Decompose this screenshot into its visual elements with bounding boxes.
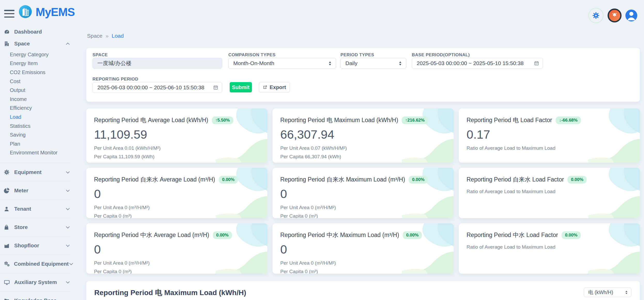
comparison-types-select[interactable]: Month-On-Month — [228, 58, 336, 69]
kpi-card-title: Reporting Period 电 Average Load (kWh/H) — [94, 116, 208, 124]
kpi-card-title: Reporting Period 中水 Average Load (m³/H) — [94, 231, 209, 239]
updown-caret-icon — [625, 290, 628, 294]
kpi-card-title: Reporting Period 中水 Load Factor — [467, 231, 558, 239]
chart-section: Reporting Period 电 Maximum Load (kWh/H) … — [86, 281, 640, 300]
sidebar-item-combined-equipment[interactable]: Combined Equipment — [0, 255, 70, 273]
chevron-down-icon — [65, 170, 70, 175]
kpi-subline-1: Per Unit Area 0 (m³/H/M²) — [273, 205, 454, 210]
sidebar-subitem-environment-monitor[interactable]: Environment Monitor — [0, 148, 82, 157]
base-period-input[interactable] — [412, 58, 543, 69]
kpi-card: Reporting Period 自来水 Average Load (m³/H)… — [86, 168, 267, 218]
kpi-value: 11,109.59 — [86, 124, 267, 141]
kpi-value: 0 — [273, 239, 454, 256]
kpi-subline-2: Per Capita 0 (m³) — [273, 269, 454, 274]
sidebar-subitem-efficiency[interactable]: Efficiency — [0, 104, 82, 113]
kpi-card: Reporting Period 中水 Maximum Load (m³/H) … — [273, 223, 454, 274]
sidebar-nav: DashboardSpaceEnergy CategoryEnergy Item… — [0, 26, 82, 300]
sidebar-subitem-cost[interactable]: Cost — [0, 77, 82, 86]
chart-unit-select[interactable]: 电 (kWh/H) — [584, 287, 631, 297]
sidebar-subitem-saving[interactable]: Saving — [0, 130, 82, 139]
breadcrumb-separator: » — [106, 33, 109, 39]
kpi-subline-2: Per Capita 0 (m³) — [86, 269, 267, 274]
sidebar-item-knowledge-base[interactable]: Knowledge Base — [0, 291, 70, 300]
kpi-change-badge: 0.00% — [219, 176, 238, 184]
calendar-icon — [534, 61, 539, 66]
user-avatar-icon[interactable] — [625, 10, 637, 21]
kpi-card: Reporting Period 电 Average Load (kWh/H) … — [86, 108, 267, 163]
bag-icon — [4, 224, 10, 230]
chevron-up-icon — [65, 41, 70, 46]
sidebar-item-tenant[interactable]: Tenant — [0, 200, 70, 218]
space-label: SPACE — [92, 52, 108, 58]
sidebar-subitem-energy-category[interactable]: Energy Category — [0, 50, 82, 59]
filter-form: SPACE COMPARISON TYPES Month-On-Month PE… — [86, 48, 640, 102]
kpi-subline-1: Ratio of Average Load to Maximum Load — [459, 145, 640, 151]
kpi-subline-2: Per Capita 11,109.59 (kWh) — [86, 154, 267, 160]
kpi-card: Reporting Period 中水 Load Factor 0.00% Ra… — [459, 223, 640, 274]
breadcrumb-current[interactable]: Load — [112, 33, 124, 39]
sidebar-item-meter[interactable]: Meter — [0, 181, 70, 200]
chevron-down-icon — [65, 207, 70, 211]
kpi-value: 66,307.94 — [273, 124, 454, 141]
kpi-subline-1: Per Unit Area 0.01 (kWh/H/M²) — [86, 145, 267, 151]
sidebar-item-label: Meter — [14, 187, 28, 194]
sidebar-item-space[interactable]: Space — [0, 38, 70, 50]
hamburger-menu-icon[interactable] — [4, 10, 15, 18]
kpi-subline-2: Per Capita 0 (m³) — [86, 213, 267, 218]
period-types-select[interactable]: Daily — [340, 58, 406, 69]
kpi-subline-2: Per Capita 0 (m³) — [273, 213, 454, 218]
export-button[interactable]: Export — [259, 82, 290, 92]
sidebar-item-store[interactable]: Store — [0, 218, 70, 236]
kpi-card-title: Reporting Period 中水 Maximum Load (m³/H) — [280, 231, 399, 239]
building-icon — [4, 41, 10, 47]
kpi-subline-2: Per Capita 66,307.94 (kWh) — [273, 154, 454, 160]
submit-button[interactable]: Submit — [230, 82, 252, 92]
kpi-change-badge: ↑5.50% — [212, 116, 233, 124]
space-input[interactable] — [92, 58, 222, 69]
sidebar-subitem-plan[interactable]: Plan — [0, 139, 82, 148]
notification-bell-icon[interactable] — [608, 9, 622, 22]
kpi-card: Reporting Period 自来水 Maximum Load (m³/H)… — [273, 168, 454, 218]
kpi-card: Reporting Period 中水 Average Load (m³/H) … — [86, 223, 267, 274]
sidebar-item-shopfloor[interactable]: Shopfloor — [0, 236, 70, 255]
kpi-card-title: Reporting Period 电 Load Factor — [467, 116, 552, 124]
kpi-change-badge: 0.00% — [403, 231, 422, 239]
reporting-period-input[interactable] — [92, 82, 222, 93]
user-icon — [4, 206, 10, 212]
chevron-down-icon — [65, 225, 70, 230]
app-screen: MyEMS — [0, 0, 644, 300]
export-icon — [263, 85, 267, 90]
sidebar-subitem-statistics[interactable]: Statistics — [0, 122, 82, 131]
kpi-value: 0.17 — [459, 124, 640, 141]
sidebar-item-dashboard[interactable]: Dashboard — [0, 26, 70, 38]
comparison-types-label: COMPARISON TYPES — [228, 52, 276, 58]
brand-logo[interactable]: MyEMS — [19, 5, 75, 19]
kpi-card-title: Reporting Period 电 Maximum Load (kWh/H) — [280, 116, 398, 124]
sidebar-subitem-output[interactable]: Output — [0, 86, 82, 95]
kpi-subline-1: Ratio of Average Load to Maximum Load — [459, 244, 640, 250]
sidebar-item-label: Space — [14, 41, 30, 47]
breadcrumb-parent[interactable]: Space — [87, 33, 103, 39]
kpi-subline-1: Per Unit Area 0 (m³/H/M²) — [86, 205, 267, 210]
sidebar-subitem-energy-item[interactable]: Energy Item — [0, 59, 82, 68]
kpi-card: Reporting Period 电 Maximum Load (kWh/H) … — [273, 108, 454, 163]
chevron-down-icon — [65, 280, 70, 285]
sidebar-subitem-income[interactable]: Income — [0, 95, 82, 104]
kpi-change-badge: 0.00% — [409, 176, 428, 184]
sidebar-subitem-co2-emissions[interactable]: CO2 Emissions — [0, 68, 82, 77]
settings-gear-icon[interactable] — [588, 8, 604, 23]
sidebar-subitem-load[interactable]: Load — [0, 113, 82, 122]
sidebar-item-auxiliary-system[interactable]: Auxiliary System — [0, 273, 70, 291]
kpi-change-badge: 0.00% — [213, 231, 232, 239]
kpi-card-title: Reporting Period 自来水 Maximum Load (m³/H) — [280, 176, 405, 184]
breadcrumb: Space » Load — [87, 33, 124, 39]
chart-title: Reporting Period 电 Maximum Load (kWh/H) — [94, 288, 246, 298]
sidebar-submenu: Energy CategoryEnergy ItemCO2 EmissionsC… — [0, 50, 82, 158]
sidebar-item-equipment[interactable]: Equipment — [0, 163, 70, 181]
kpi-card-title: Reporting Period 自来水 Load Factor — [467, 176, 564, 184]
kpi-change-badge: ↓-66.68% — [556, 116, 581, 124]
kpi-subline-1: Per Unit Area 0 (m³/H/M²) — [86, 260, 267, 266]
kpi-subline-1: Ratio of Average Load to Maximum Load — [459, 189, 640, 194]
sidebar-item-label: Shopfloor — [14, 242, 39, 249]
sidebar-item-label: Auxiliary System — [14, 279, 57, 285]
